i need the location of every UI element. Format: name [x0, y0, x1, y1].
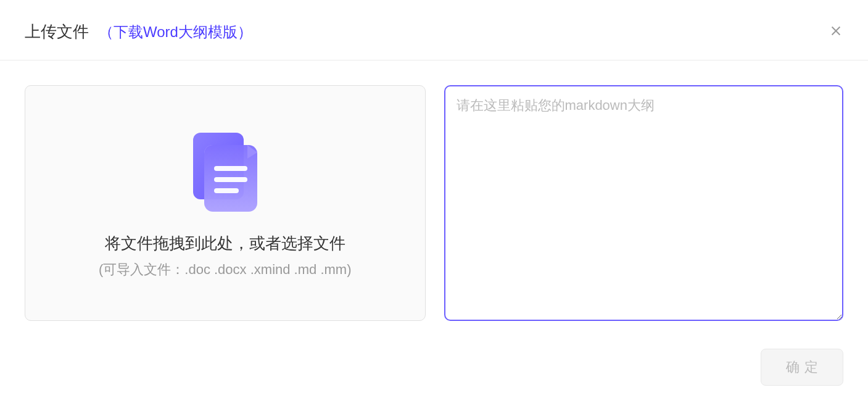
close-icon	[829, 24, 843, 38]
markdown-textarea[interactable]	[444, 85, 844, 321]
close-button[interactable]	[829, 23, 843, 38]
dropzone-hint-text: (可导入文件：.doc .docx .xmind .md .mm)	[99, 260, 352, 279]
modal-content: 将文件拖拽到此处，或者选择文件 (可导入文件：.doc .docx .xmind…	[0, 60, 868, 348]
confirm-button[interactable]: 确定	[761, 349, 843, 386]
modal-header: 上传文件 （下载Word大纲模版）	[0, 0, 868, 60]
modal-title: 上传文件	[25, 21, 89, 43]
document-stack-icon	[182, 128, 268, 214]
dropzone-main-text: 将文件拖拽到此处，或者选择文件	[105, 233, 345, 254]
upload-modal: 上传文件 （下载Word大纲模版）	[0, 0, 868, 403]
download-template-link[interactable]: （下载Word大纲模版）	[99, 22, 252, 42]
modal-footer: 确定	[761, 349, 843, 386]
markdown-input-wrap	[444, 85, 844, 323]
svg-rect-6	[214, 177, 247, 182]
svg-rect-7	[214, 188, 239, 193]
file-dropzone[interactable]: 将文件拖拽到此处，或者选择文件 (可导入文件：.doc .docx .xmind…	[25, 85, 426, 321]
svg-rect-5	[214, 166, 247, 171]
